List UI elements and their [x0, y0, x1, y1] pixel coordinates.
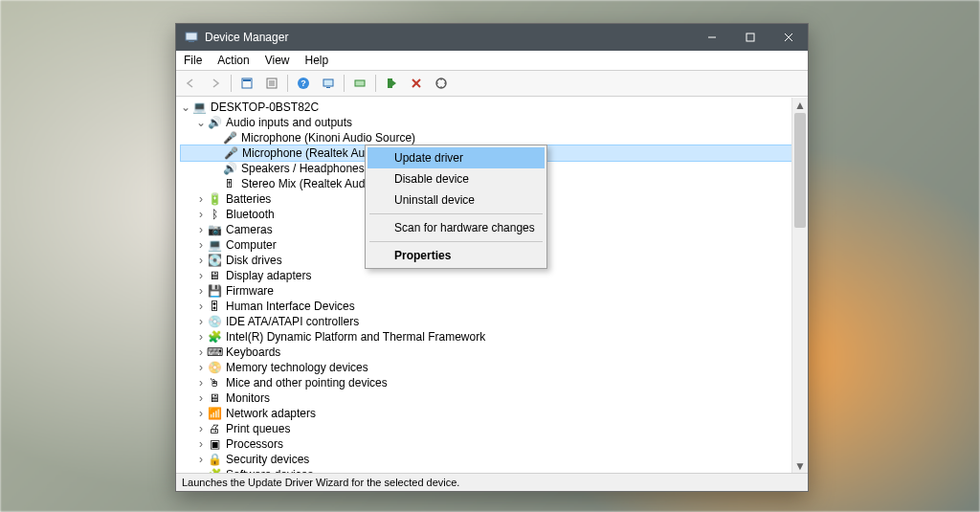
device-manager-window: Device Manager File Action View Help ? ⌄…	[175, 23, 809, 492]
tool-scan[interactable]	[317, 72, 340, 95]
svg-rect-0	[186, 33, 197, 40]
hid-icon: 🎛	[207, 299, 222, 314]
tool-uninstall[interactable]	[405, 72, 428, 95]
print-icon: 🖨	[207, 421, 222, 436]
node-label: Speakers / Headphones (R	[241, 161, 380, 176]
titlebar[interactable]: Device Manager	[176, 24, 808, 51]
chevron-right-icon[interactable]: ›	[195, 283, 207, 299]
tree-device[interactable]: 🎤Microphone (Kinoni Audio Source)	[180, 130, 792, 145]
close-button[interactable]	[769, 24, 808, 51]
tree-category[interactable]: ›🎛Human Interface Devices	[180, 299, 792, 314]
tool-show-hidden[interactable]	[235, 72, 258, 95]
network-icon: 📶	[207, 406, 222, 421]
mic-icon: 🎤	[222, 130, 237, 145]
tool-update-driver[interactable]	[348, 72, 371, 95]
chevron-right-icon[interactable]: ›	[195, 222, 207, 237]
ctx-properties[interactable]: Properties	[368, 245, 545, 266]
mic-icon: 🎤	[223, 145, 238, 161]
svg-rect-15	[326, 87, 330, 88]
node-label: Network adapters	[226, 406, 316, 421]
maximize-button[interactable]	[731, 24, 769, 51]
node-label: Firmware	[226, 283, 274, 299]
toolbar: ?	[176, 71, 808, 97]
chevron-right-icon[interactable]: ›	[195, 452, 207, 467]
node-label: Microphone (Kinoni Audio Source)	[241, 130, 415, 145]
node-label: Bluetooth	[226, 207, 275, 222]
node-label: Batteries	[226, 191, 271, 207]
cpu-icon: ▣	[207, 436, 222, 452]
node-label: IDE ATA/ATAPI controllers	[226, 314, 359, 329]
ctx-disable-device[interactable]: Disable device	[368, 168, 545, 189]
chevron-down-icon[interactable]: ⌄	[180, 100, 191, 115]
svg-rect-3	[746, 33, 754, 41]
chevron-right-icon[interactable]: ›	[195, 421, 207, 436]
chevron-right-icon[interactable]: ›	[195, 237, 207, 253]
chevron-right-icon[interactable]: ›	[195, 345, 207, 360]
chevron-right-icon[interactable]: ›	[195, 436, 207, 452]
tree-category[interactable]: ›📶Network adapters	[180, 406, 792, 421]
node-label: Monitors	[226, 390, 270, 406]
tool-enable[interactable]	[380, 72, 403, 95]
node-label: Microphone (Realtek Audio)	[242, 145, 384, 161]
node-label: Audio inputs and outputs	[226, 115, 352, 130]
scroll-thumb[interactable]	[794, 113, 806, 228]
tree-category[interactable]: ›🖱Mice and other pointing devices	[180, 375, 792, 390]
tree-category[interactable]: ›🖨Print queues	[180, 421, 792, 436]
vertical-scrollbar[interactable]: ▲ ▼	[791, 98, 808, 474]
svg-rect-14	[323, 79, 333, 86]
chevron-right-icon[interactable]: ›	[195, 191, 207, 207]
chevron-right-icon[interactable]: ›	[195, 253, 207, 268]
menu-view[interactable]: View	[257, 52, 298, 69]
node-label: DESKTOP-0BST82C	[211, 100, 319, 115]
bluetooth-icon: ᛒ	[207, 207, 222, 222]
scroll-down-icon[interactable]: ▼	[792, 458, 808, 474]
svg-rect-17	[388, 78, 392, 88]
tree-category[interactable]: ›▣Processors	[180, 436, 792, 452]
disk-icon: 💽	[207, 253, 222, 268]
menu-file[interactable]: File	[176, 52, 210, 69]
tree-category-audio[interactable]: ⌄🔊Audio inputs and outputs	[180, 115, 792, 130]
chevron-right-icon[interactable]: ›	[195, 207, 207, 222]
tree-category[interactable]: ›📀Memory technology devices	[180, 360, 792, 375]
tool-back[interactable]	[179, 72, 202, 95]
chevron-right-icon[interactable]: ›	[195, 299, 207, 314]
mixer-icon: 🎚	[222, 176, 237, 191]
chevron-right-icon[interactable]: ›	[195, 390, 207, 406]
ctx-uninstall-device[interactable]: Uninstall device	[368, 189, 545, 211]
tree-category[interactable]: ›🖥Display adapters	[180, 268, 792, 283]
tool-properties[interactable]	[260, 72, 283, 95]
menu-action[interactable]: Action	[210, 52, 256, 69]
chevron-right-icon[interactable]: ›	[195, 268, 207, 283]
tree-category[interactable]: ›🖥Monitors	[180, 390, 792, 406]
ctx-update-driver[interactable]: Update driver	[368, 147, 545, 168]
chevron-right-icon[interactable]: ›	[195, 360, 207, 375]
app-icon	[184, 30, 199, 45]
intel-icon: 🧩	[207, 329, 222, 345]
node-label: Cameras	[226, 222, 273, 237]
chevron-right-icon[interactable]: ›	[195, 406, 207, 421]
node-label: Memory technology devices	[226, 360, 368, 375]
chevron-right-icon[interactable]: ›	[195, 314, 207, 329]
battery-icon: 🔋	[207, 191, 222, 207]
tree-category[interactable]: ›🧩Intel(R) Dynamic Platform and Thermal …	[180, 329, 792, 345]
menu-help[interactable]: Help	[298, 52, 337, 69]
chevron-down-icon[interactable]: ⌄	[195, 115, 207, 130]
tool-help[interactable]: ?	[292, 72, 315, 95]
tree-category[interactable]: ›⌨Keyboards	[180, 345, 792, 360]
tree-category[interactable]: ›🔒Security devices	[180, 452, 792, 467]
node-label: Display adapters	[226, 268, 311, 283]
chevron-right-icon[interactable]: ›	[195, 375, 207, 390]
scroll-up-icon[interactable]: ▲	[792, 98, 808, 113]
tool-forward[interactable]	[204, 72, 227, 95]
firmware-icon: 💾	[207, 283, 222, 299]
chevron-right-icon[interactable]: ›	[195, 329, 207, 345]
tree-category[interactable]: ›💿IDE ATA/ATAPI controllers	[180, 314, 792, 329]
tree-root[interactable]: ⌄💻DESKTOP-0BST82C	[180, 100, 792, 115]
security-icon: 🔒	[207, 452, 222, 467]
tree-category[interactable]: ›💾Firmware	[180, 283, 792, 299]
node-label: Keyboards	[226, 345, 280, 360]
ctx-scan-hardware[interactable]: Scan for hardware changes	[368, 217, 545, 238]
svg-rect-7	[243, 79, 251, 81]
tool-scan-hardware[interactable]	[430, 72, 453, 95]
minimize-button[interactable]	[693, 24, 731, 51]
